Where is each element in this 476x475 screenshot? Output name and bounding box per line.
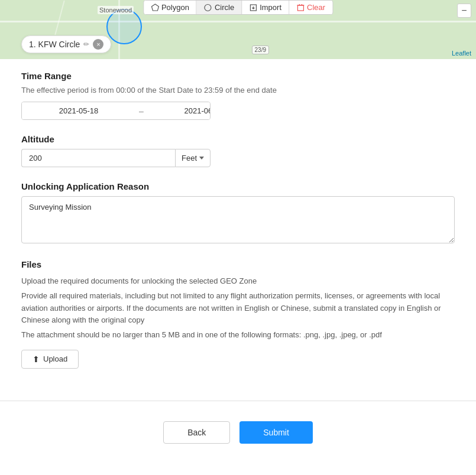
back-label: Back	[187, 428, 206, 437]
time-range-desc: The effective period is from 00:00 of th…	[21, 86, 455, 95]
files-desc3: The attachment should be no larger than …	[21, 329, 455, 341]
date-separator: –	[135, 106, 147, 116]
date-range-input: –	[21, 102, 211, 120]
clear-icon	[296, 4, 305, 12]
altitude-unit-select[interactable]: Feet	[175, 149, 211, 167]
polygon-tool-label: Polygon	[161, 3, 189, 12]
reason-textarea[interactable]	[21, 196, 455, 243]
circle-tag-name: 1. KFW Circle	[29, 40, 80, 49]
polygon-icon	[151, 4, 159, 12]
import-tool-label: Import	[260, 3, 281, 12]
circle-tag: 1. KFW Circle ✏ ×	[21, 35, 111, 53]
chevron-down-icon	[199, 157, 204, 160]
submit-button[interactable]: Submit	[239, 421, 313, 444]
files-desc1: Upload the required documents for unlock…	[21, 275, 455, 288]
time-range-section: Time Range The effective period is from …	[21, 71, 455, 120]
footer-buttons: Back Submit	[0, 415, 476, 461]
files-desc2: Provide all required materials, includin…	[21, 290, 455, 327]
form-content: Time Range The effective period is from …	[0, 59, 476, 395]
leaflet-attribution: Leaflet	[452, 50, 471, 57]
import-icon	[249, 4, 257, 12]
map-badge: 23/9	[252, 45, 269, 54]
svg-rect-4	[297, 5, 303, 11]
footer-divider	[0, 401, 476, 401]
altitude-input[interactable]	[21, 149, 175, 167]
map-area: Polygon Circle Import	[0, 0, 476, 59]
reason-section: Unlocking Application Reason	[21, 181, 455, 245]
upload-button[interactable]: ⬆ Upload	[21, 350, 79, 369]
map-location-label: Stonewood	[98, 6, 134, 14]
circle-tool-label: Circle	[215, 3, 234, 12]
altitude-unit-label: Feet	[182, 154, 197, 162]
start-date-input[interactable]	[22, 102, 135, 119]
import-tool-button[interactable]: Import	[242, 1, 289, 14]
reason-title: Unlocking Application Reason	[21, 181, 455, 191]
back-button[interactable]: Back	[163, 421, 230, 444]
clear-tool-button[interactable]: Clear	[289, 1, 332, 14]
svg-marker-0	[151, 4, 158, 11]
altitude-section: Altitude Feet	[21, 134, 455, 167]
files-section: Files Upload the required documents for …	[21, 259, 455, 369]
upload-label: Upload	[43, 354, 67, 363]
upload-icon: ⬆	[33, 354, 40, 364]
submit-label: Submit	[263, 428, 289, 437]
circle-tool-button[interactable]: Circle	[197, 1, 242, 14]
clear-tool-label: Clear	[307, 3, 325, 12]
altitude-title: Altitude	[21, 134, 455, 144]
map-toolbar: Polygon Circle Import	[143, 0, 333, 15]
polygon-tool-button[interactable]: Polygon	[144, 1, 197, 14]
svg-point-1	[205, 4, 211, 11]
altitude-row: Feet	[21, 149, 211, 167]
map-circle-overlay	[106, 9, 142, 44]
zoom-out-button[interactable]: −	[457, 4, 471, 18]
end-date-input[interactable]	[147, 102, 211, 119]
circle-tag-edit-icon[interactable]: ✏	[83, 40, 89, 48]
circle-tag-close-button[interactable]: ×	[93, 39, 103, 50]
circle-icon	[204, 4, 212, 12]
files-title: Files	[21, 259, 455, 269]
time-range-title: Time Range	[21, 71, 455, 81]
